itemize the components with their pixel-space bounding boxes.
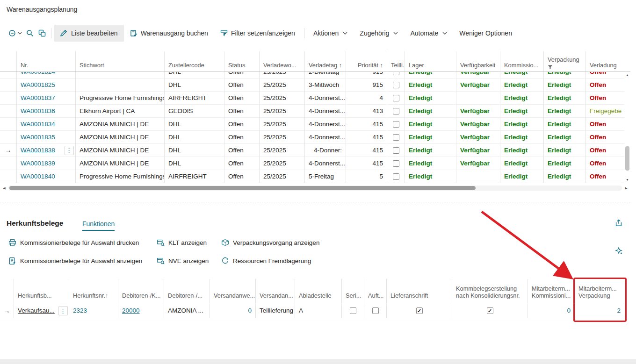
zustellercode-cell[interactable]: DHL <box>165 72 224 79</box>
table-row[interactable]: WA0001837 Progressive Home Furnishings .… <box>0 92 624 105</box>
col-kommbelegserstellung[interactable]: Kommbelegserstellung nach Konsolidierung… <box>452 279 528 303</box>
verladewoche-cell[interactable]: 25/2025 <box>260 131 305 144</box>
verladetag-cell[interactable]: 2-Dienstag <box>305 72 346 79</box>
horizontal-scroll-thumb[interactable] <box>9 186 476 190</box>
prioritaet-cell[interactable]: 915 <box>346 79 387 92</box>
zustellercode-cell[interactable]: DHL <box>165 131 224 144</box>
verladung-status[interactable]: Offen <box>586 72 624 79</box>
lager-status[interactable]: Erledigt <box>405 92 456 105</box>
prioritaet-cell[interactable]: 415 <box>346 157 387 170</box>
customer-name-cell[interactable]: AMZONIA ... <box>164 303 210 318</box>
kommissionierung-status[interactable]: Erledigt <box>500 72 544 79</box>
verladetag-cell[interactable]: 5-Freitag <box>305 170 346 183</box>
customer-no-link[interactable]: 20000 <box>122 307 140 314</box>
verpackung-status[interactable]: Erledigt <box>544 170 586 183</box>
shipment-no-link[interactable]: WA0001836 <box>21 107 55 114</box>
share-icon[interactable] <box>614 219 623 229</box>
shipment-no-link[interactable]: WA0001825 <box>21 81 55 88</box>
verladetag-cell[interactable]: 4-Donnerst... <box>305 131 346 144</box>
search-icon[interactable] <box>24 25 36 42</box>
table-row[interactable]: WA0001840 Progressive Home Furnishings .… <box>0 170 624 183</box>
verfuegbarkeit-status[interactable]: Verfügbar <box>456 79 500 92</box>
status-cell[interactable]: Offen <box>224 72 260 79</box>
related-menu-button[interactable]: Zugehörig <box>354 25 404 42</box>
verladung-status[interactable]: Offen <box>586 92 624 105</box>
verladewoche-cell[interactable]: 25/2025 <box>260 157 305 170</box>
shipment-no-link[interactable]: WA0001839 <box>21 160 55 167</box>
prioritaet-cell[interactable]: 4 <box>346 92 387 105</box>
zustellercode-cell[interactable]: AIRFREIGHT <box>165 170 224 183</box>
table-row[interactable]: WA0001825 DHL Offen 25/2025 3-Mittwoch 9… <box>0 79 624 92</box>
col-auftrag[interactable]: Auft... <box>364 279 387 303</box>
verladung-status[interactable]: Offen <box>586 144 624 157</box>
col-zustellercode[interactable]: Zustellercode <box>165 51 224 71</box>
source-doc-type-link[interactable]: Verkaufsau... <box>18 307 55 314</box>
lager-status[interactable]: Erledigt <box>405 131 456 144</box>
kommissionierung-status[interactable]: Erledigt <box>500 170 544 183</box>
lager-status[interactable]: Erledigt <box>405 157 456 170</box>
stichwort-cell[interactable]: AMZONIA MUNICH | DE <box>76 144 165 157</box>
mitarbeiter-kommissionierung-field[interactable]: 0 <box>567 307 571 314</box>
stichwort-cell[interactable]: AMZONIA MUNICH | DE <box>76 131 165 144</box>
verladewoche-cell[interactable]: 25/2025 <box>260 105 305 118</box>
shipping-advice-field[interactable]: 0 <box>248 307 252 314</box>
status-cell[interactable]: Offen <box>224 79 260 92</box>
lager-status[interactable]: Erledigt <box>405 118 456 131</box>
shipment-no-link[interactable]: WA0001835 <box>21 134 55 141</box>
shipment-no-link[interactable]: WA0001840 <box>21 173 55 180</box>
teillieferung-checkbox[interactable] <box>393 121 399 128</box>
shipment-no-link[interactable]: WA0001824 <box>21 72 55 75</box>
scroll-down-arrow[interactable]: ▼ <box>626 178 629 182</box>
table-row-selected[interactable]: → WA0001838 ⋮ AMZONIA MUNICH | DE DHL Of… <box>0 144 624 157</box>
print-pick-docs-action[interactable]: Kommissionierbelege für Auswahl drucken <box>8 239 139 247</box>
teillieferung-checkbox[interactable] <box>393 82 399 88</box>
col-verpackung[interactable]: Verpackung <box>544 51 586 71</box>
zustellercode-cell[interactable]: DHL <box>165 118 224 131</box>
verfuegbarkeit-status[interactable]: Verfügbar <box>456 118 500 131</box>
edit-list-button[interactable]: Liste bearbeiten <box>54 25 124 42</box>
teillieferung-checkbox[interactable] <box>393 72 399 75</box>
table-row[interactable]: WA0001839 AMZONIA MUNICH | DE DHL Offen … <box>0 157 624 170</box>
lager-status[interactable]: Erledigt <box>405 170 456 183</box>
shipment-no-link[interactable]: WA0001834 <box>21 121 55 128</box>
vertical-scrollbar[interactable]: ▲ ▼ <box>624 72 630 183</box>
prioritaet-cell[interactable]: 915 <box>346 72 387 79</box>
show-pick-docs-action[interactable]: Kommissionierbelege für Auswahl anzeigen <box>8 257 142 265</box>
verpackung-status[interactable]: Erledigt <box>544 72 586 79</box>
show-klt-action[interactable]: KLT anzeigen <box>157 239 207 247</box>
resources-external-storage-action[interactable]: Ressourcen Fremdlagerung <box>221 257 311 265</box>
verfuegbarkeit-status[interactable]: Verfügbar <box>456 72 500 79</box>
scroll-left-arrow[interactable]: ◀ <box>0 186 8 190</box>
stichwort-cell[interactable]: Progressive Home Furnishings ... <box>76 92 165 105</box>
zustellercode-cell[interactable]: DHL <box>165 79 224 92</box>
fewer-options-button[interactable]: Weniger Optionen <box>453 25 518 42</box>
status-cell[interactable]: Offen <box>224 157 260 170</box>
prioritaet-cell[interactable]: 415 <box>346 118 387 131</box>
verladung-status[interactable]: Freigegebe <box>586 105 624 118</box>
serienr-checkbox[interactable] <box>350 307 356 314</box>
verfuegbarkeit-status[interactable]: Verfügbar <box>456 144 500 157</box>
lager-status[interactable]: Erledigt <box>405 79 456 92</box>
views-icon[interactable] <box>7 25 24 42</box>
col-lager[interactable]: Lager <box>405 51 456 71</box>
prioritaet-cell[interactable]: 413 <box>346 105 387 118</box>
zustellercode-cell[interactable]: DHL <box>165 144 224 157</box>
table-row[interactable]: WA0001824 DHL Offen 25/2025 2-Dienstag 9… <box>0 72 624 79</box>
col-versandanweisung[interactable]: Versandanwe... <box>210 279 256 303</box>
stichwort-cell[interactable]: Progressive Home Furnishings ... <box>76 170 165 183</box>
status-cell[interactable]: Offen <box>224 92 260 105</box>
verladung-status[interactable]: Offen <box>586 157 624 170</box>
verladetag-cell[interactable]: 4-Donner: <box>305 144 346 157</box>
verpackung-status[interactable]: Erledigt <box>544 157 586 170</box>
teillieferung-checkbox[interactable] <box>393 134 399 141</box>
verladetag-cell[interactable]: 4-Donnerst... <box>305 157 346 170</box>
lager-status[interactable]: Erledigt <box>405 144 456 157</box>
row-context-menu-button[interactable]: ⋮ <box>65 146 74 155</box>
show-packing-action[interactable]: Verpackungsvorgang anzeigen <box>221 239 319 247</box>
verladewoche-cell[interactable]: 25/2025 <box>260 144 305 157</box>
col-lieferanschrift[interactable]: Lieferanschrift <box>387 279 452 303</box>
lieferanschrift-checkbox[interactable] <box>416 307 423 314</box>
status-cell[interactable]: Offen <box>224 105 260 118</box>
teillieferung-checkbox[interactable] <box>393 147 399 154</box>
scroll-up-arrow[interactable]: ▲ <box>626 73 629 77</box>
